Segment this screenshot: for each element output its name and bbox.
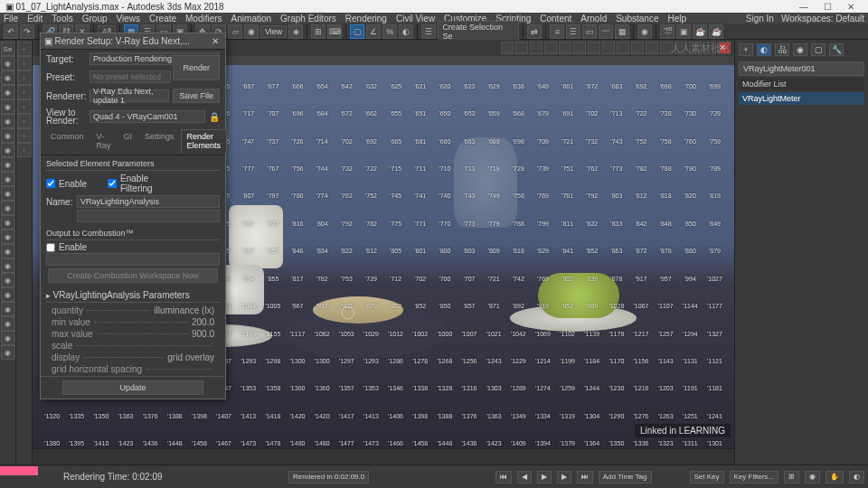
select-tool-icon[interactable]: Se [1,42,15,56]
playback-next-icon[interactable]: ⏭ [577,471,593,483]
playback-back-icon[interactable]: ◀ [517,471,532,483]
ltool-icon[interactable]: ◉ [1,345,15,360]
menu-grapheditors[interactable]: Graph Editors [280,14,336,23]
menu-content[interactable]: Content [540,14,571,23]
render-setup-icon[interactable]: 🎬 [660,24,675,39]
tab-vray[interactable]: V-Ray [90,129,118,153]
timeline[interactable] [33,448,734,465]
vp-alpha-icon[interactable] [530,42,542,54]
ltool2-icon[interactable]: ◦ [17,143,32,157]
ltool-icon[interactable]: ◉ [1,215,15,230]
pivot-icon[interactable]: ◈ [288,24,303,39]
menu-help[interactable]: Help [667,14,686,23]
nav-icon[interactable]: ✋ [826,471,844,483]
param-row[interactable]: displaygrid overlay [46,352,220,363]
nav-icon[interactable]: ◉ [805,471,820,483]
param-row[interactable]: max value900.0 [46,328,220,340]
menu-substance[interactable]: Substance [616,14,658,23]
ltool2-icon[interactable]: ◦ [17,99,32,114]
render-setup-titlebar[interactable]: ▣ Render Setup: V-Ray Edu Next,... ✕ [41,33,225,50]
tab-render-elements[interactable]: Render Elements [181,129,228,153]
ltool-icon[interactable]: ◉ [1,230,15,244]
redo-icon[interactable]: ↷ [20,24,34,39]
vp-rgb-icon[interactable] [515,42,528,54]
element-name-input[interactable] [77,195,220,208]
menu-tools[interactable]: Tools [52,14,72,23]
ltool-icon[interactable]: ◉ [1,114,15,128]
ltool-icon[interactable]: ◉ [1,273,15,287]
schematic-icon[interactable]: ▦ [615,24,629,39]
ltool2-icon[interactable]: ◦ [17,85,32,99]
tab-motion-icon[interactable]: ◉ [793,43,807,56]
vp-clone-icon[interactable] [573,42,586,54]
ltool-icon[interactable]: ◉ [1,258,15,273]
combustion-path-input[interactable] [46,253,220,266]
render-button[interactable]: Render [173,55,220,80]
modifier-list-dropdown[interactable]: Modifier List [739,78,864,90]
ltool-icon[interactable]: ◉ [1,287,15,302]
menu-arnold[interactable]: Arnold [580,14,607,23]
manipulate-icon[interactable]: ⊞ [311,24,326,39]
modifier-item[interactable]: VRayLightMeter [739,92,864,105]
playback-fwd-icon[interactable]: ▶ [557,471,571,483]
tab-settings[interactable]: Settings [138,129,181,153]
ltool2-icon[interactable]: ◦ [17,70,32,85]
maxscript-listener[interactable] [0,466,38,475]
create-workspace-button[interactable]: Create Combustion Workspace Now [48,268,218,283]
material-editor-icon[interactable]: ◉ [637,24,652,39]
playback-prev-icon[interactable]: ⏮ [495,471,512,483]
ltool-icon[interactable]: ◉ [1,70,15,85]
spinner-snap-icon[interactable]: ◐ [399,24,413,39]
menu-rendering[interactable]: Rendering [345,14,387,23]
vp-mono-icon[interactable] [544,42,557,54]
tab-common[interactable]: Common [44,129,90,153]
mirror-icon[interactable]: ⇄ [527,24,542,39]
align-icon[interactable]: ≡ [550,24,564,39]
ltool-icon[interactable]: ◉ [1,85,15,99]
menu-group[interactable]: Group [82,14,108,23]
rs-renderer-dropdown[interactable]: V-Ray Edu Next, update 1 [90,89,169,102]
ltool-icon[interactable]: ◉ [1,302,15,316]
undo-icon[interactable]: ↶ [4,24,18,39]
key-filters-button[interactable]: Key Filters... [730,471,778,483]
vp-area-icon[interactable] [501,42,514,54]
ltool-icon[interactable]: ◉ [1,56,15,70]
param-row[interactable]: quantityilluminance (lx) [46,305,220,316]
menu-edit[interactable]: Edit [27,14,42,23]
add-time-tag[interactable]: Add Time Tag [599,471,652,483]
update-button[interactable]: Update [62,380,204,395]
object-name-field[interactable]: VRayLightMeter001 [739,61,864,76]
vp-icon[interactable] [631,42,644,54]
ltool-icon[interactable]: ◉ [1,244,15,258]
ltool2-icon[interactable]: ◦ [17,56,32,70]
rs-close-icon[interactable]: ✕ [209,36,222,46]
tab-gi[interactable]: GI [118,129,139,153]
named-selection-dropdown[interactable]: Create Selection Se [438,21,519,42]
menu-views[interactable]: Views [117,14,141,23]
param-row[interactable]: scale [46,340,220,352]
ltool2-icon[interactable]: ◦ [17,128,32,143]
vp-save-icon[interactable] [588,42,600,54]
set-key-button[interactable]: Set Key [690,471,724,483]
render-iterate-icon[interactable]: ☕ [709,24,723,39]
output-enable-checkbox[interactable]: Enable [46,242,220,252]
lock-icon[interactable]: 🔒 [209,112,220,122]
vp-copy-icon[interactable] [602,42,615,54]
placement-icon[interactable]: ◉ [244,24,259,39]
ltool-icon[interactable]: ◉ [1,99,15,114]
ltool-icon[interactable]: ◉ [1,316,15,331]
save-file-button[interactable]: Save File [173,89,220,103]
window-minimize[interactable]: — [792,2,816,12]
ltool2-icon[interactable]: ◦ [17,114,32,128]
ribbon-icon[interactable]: ▭ [582,24,597,39]
scale-icon[interactable]: ▱ [228,24,242,39]
nav-icon[interactable]: ◐ [849,471,864,483]
playback-play-icon[interactable]: ▶ [537,471,552,483]
menu-civilview[interactable]: Civil View [396,14,435,23]
window-maximize[interactable]: ☐ [816,2,839,12]
tab-display-icon[interactable]: ▢ [811,43,826,56]
ltool-icon[interactable]: ◉ [1,128,15,143]
percent-snap-icon[interactable]: % [382,24,397,39]
angle-snap-icon[interactable]: ∠ [366,24,381,39]
curve-editor-icon[interactable]: 〰 [599,24,613,39]
